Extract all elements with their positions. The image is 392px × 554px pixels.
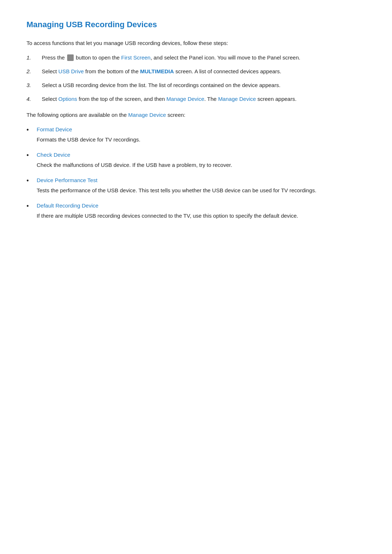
options-list: • Format Device Formats the USB device f… xyxy=(26,125,366,220)
option-format-device: • Format Device Formats the USB device f… xyxy=(26,125,366,144)
options-link: Options xyxy=(58,96,77,102)
device-performance-desc: Tests the performance of the USB device.… xyxy=(37,187,317,193)
bullet-3: • xyxy=(26,176,37,186)
option-check-device: • Check Device Check the malfunctions of… xyxy=(26,151,366,169)
steps-list: 1. Press the button to open the First Sc… xyxy=(26,53,366,103)
page-title: Managing USB Recording Devices xyxy=(26,18,366,31)
step-2: 2. Select USB Drive from the bottom of t… xyxy=(26,67,366,76)
step-4: 4. Select Options from the top of the sc… xyxy=(26,95,366,103)
option-default-recording-device: • Default Recording Device If there are … xyxy=(26,201,366,220)
bullet-4: • xyxy=(26,201,37,211)
bullet-2: • xyxy=(26,151,37,160)
option-device-performance-content: Device Performance Test Tests the perfor… xyxy=(37,176,366,195)
multimedia-link: MULTIMEDIA xyxy=(140,68,174,74)
step-1-content: Press the button to open the First Scree… xyxy=(42,53,300,62)
option-check-device-content: Check Device Check the malfunctions of U… xyxy=(37,151,366,169)
manage-device-link-1: Manage Device xyxy=(167,96,204,102)
step-3: 3. Select a USB recording device from th… xyxy=(26,81,366,90)
page-container: Managing USB Recording Devices To access… xyxy=(0,0,392,554)
step-2-number: 2. xyxy=(26,67,42,76)
option-format-device-content: Format Device Formats the USB device for… xyxy=(37,125,366,144)
manage-device-link-2: Manage Device xyxy=(218,96,256,102)
intro-paragraph: To access functions that let you manage … xyxy=(26,39,366,48)
first-screen-link: First Screen xyxy=(121,54,151,61)
bullet-1: • xyxy=(26,125,37,135)
default-recording-desc: If there are multiple USB recording devi… xyxy=(37,213,298,219)
step-2-content: Select USB Drive from the bottom of the … xyxy=(42,67,281,76)
device-performance-title: Device Performance Test xyxy=(37,176,366,185)
step-3-number: 3. xyxy=(26,81,42,90)
manage-device-options-link: Manage Device xyxy=(128,112,166,118)
format-device-desc: Formats the USB device for TV recordings… xyxy=(37,136,140,143)
step-1: 1. Press the button to open the First Sc… xyxy=(26,53,366,62)
check-device-desc: Check the malfunctions of USB device. If… xyxy=(37,162,232,168)
button-icon xyxy=(67,54,74,61)
check-device-title: Check Device xyxy=(37,151,366,159)
default-recording-title: Default Recording Device xyxy=(37,201,366,210)
step-4-content: Select Options from the top of the scree… xyxy=(42,95,297,103)
options-intro: The following options are available on t… xyxy=(26,111,366,119)
step-4-number: 4. xyxy=(26,95,42,103)
usb-drive-link: USB Drive xyxy=(58,68,84,74)
format-device-title: Format Device xyxy=(37,125,366,134)
option-default-recording-content: Default Recording Device If there are mu… xyxy=(37,201,366,220)
step-3-content: Select a USB recording device from the l… xyxy=(42,81,281,90)
option-device-performance-test: • Device Performance Test Tests the perf… xyxy=(26,176,366,195)
step-1-number: 1. xyxy=(26,53,42,62)
